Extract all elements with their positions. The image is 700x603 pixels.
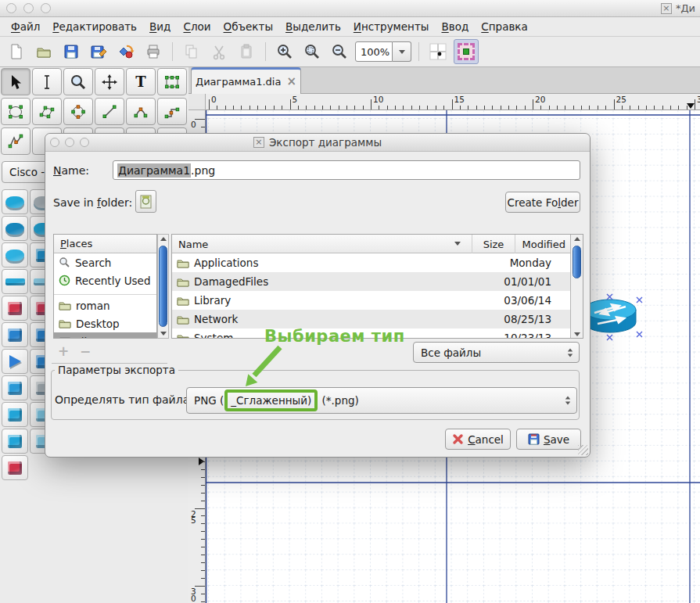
tool-beziergon[interactable]: [63, 98, 93, 125]
dialog-titlebar[interactable]: × Экспорт диаграммы: [45, 134, 590, 152]
cisco-workgroup-switch-button[interactable]: [2, 322, 28, 347]
zoom-fit-button[interactable]: [300, 40, 324, 63]
dialog-title-icon: ×: [253, 137, 264, 148]
snap-to-objects-toggle[interactable]: [454, 39, 479, 64]
tab-close-icon[interactable]: ×: [286, 76, 296, 88]
tab-strip: Диаграмма1.dia ×: [188, 67, 700, 94]
scroll-up-icon[interactable]: [160, 237, 167, 241]
place-item-file-system[interactable]: File System: [54, 332, 156, 339]
scroll-down-icon[interactable]: [160, 332, 167, 336]
cisco-layer3-switch-button[interactable]: [2, 429, 28, 454]
menu-item-4[interactable]: Объекты: [217, 18, 280, 35]
tool-polygon[interactable]: [32, 98, 62, 125]
zoom-level-dropdown-button[interactable]: [393, 41, 411, 62]
cisco-firewall-red-button[interactable]: [2, 296, 28, 321]
window-button-2[interactable]: [23, 3, 34, 13]
menu-item-5[interactable]: Выделить: [279, 18, 347, 35]
tool-magnify[interactable]: [63, 68, 93, 95]
cisco-red-atm-switch-button[interactable]: [2, 455, 28, 480]
file-row-library[interactable]: Library03/06/14: [172, 291, 570, 310]
menu-item-0[interactable]: Файл: [5, 18, 46, 35]
column-header-size[interactable]: Size: [472, 235, 515, 253]
tool-arc[interactable]: [126, 98, 156, 125]
file-filter-dropdown[interactable]: Все файлы: [413, 342, 580, 363]
file-type-dropdown[interactable]: PNG (_Сглаженный) (*.png): [186, 387, 577, 414]
tool-scroll[interactable]: [95, 68, 124, 95]
tool-zigzagline[interactable]: [157, 98, 187, 125]
tool-ellipse[interactable]: [1, 98, 31, 125]
menu-item-8[interactable]: Справка: [475, 18, 534, 35]
place-item-desktop[interactable]: Desktop: [54, 314, 156, 332]
resize-grip[interactable]: [578, 445, 588, 455]
cut-button[interactable]: [207, 40, 231, 63]
filename-input[interactable]: Диаграмма1.png: [113, 160, 580, 180]
file-modified: Monday: [481, 253, 551, 272]
tool-text[interactable]: T: [126, 68, 156, 95]
print-button[interactable]: [142, 40, 165, 63]
cisco-voice-router-button[interactable]: [2, 216, 28, 241]
add-bookmark-button[interactable]: +: [54, 346, 73, 359]
cancel-button[interactable]: Cancel: [445, 429, 511, 450]
save-icon: [63, 43, 80, 60]
cisco-wireless-router-button[interactable]: [2, 242, 28, 267]
place-item-recently-used[interactable]: Recently Used: [54, 271, 156, 289]
chevron-down-icon: [399, 50, 405, 54]
ruler-number: 0: [211, 95, 217, 104]
scroll-up-icon[interactable]: [574, 237, 580, 241]
zoom-out-button[interactable]: [328, 40, 351, 63]
snap-to-grid-toggle[interactable]: [426, 40, 450, 63]
menu-item-2[interactable]: Вид: [143, 18, 177, 35]
tool-polyline[interactable]: [1, 127, 31, 155]
cisco-router-button[interactable]: [2, 189, 28, 214]
paste-button[interactable]: [235, 40, 258, 63]
window-button-1[interactable]: [6, 3, 16, 13]
save-button[interactable]: [59, 40, 83, 63]
file-list-scrollbar[interactable]: [570, 235, 583, 339]
sort-indicator-icon: [454, 242, 461, 246]
cisco-directed-arrow-button[interactable]: [2, 349, 28, 374]
menu-item-3[interactable]: Слои: [177, 18, 217, 35]
place-item-search[interactable]: Search: [54, 253, 156, 271]
menu-item-6[interactable]: Инструменты: [347, 18, 436, 35]
cisco-hub-button[interactable]: [2, 375, 28, 400]
file-row-damagedfiles[interactable]: DamagedFiles01/01/01: [172, 272, 570, 291]
places-scrollbar[interactable]: [157, 234, 169, 339]
zoom-level-value[interactable]: 100%: [355, 41, 393, 62]
tool-select[interactable]: [1, 68, 31, 95]
new-document-button[interactable]: [5, 40, 28, 63]
tool-line[interactable]: [95, 98, 124, 125]
zoom-level-combo[interactable]: 100%: [355, 41, 411, 62]
cisco-switch-3d-button[interactable]: [2, 402, 28, 427]
menu-item-1[interactable]: Редактировать: [46, 18, 143, 35]
places-header[interactable]: Places: [54, 235, 156, 253]
file-row-applications[interactable]: ApplicationsMonday: [172, 253, 570, 272]
ruler-number: 3 0: [191, 588, 196, 601]
place-item-roman[interactable]: roman: [54, 296, 156, 314]
line-tool-icon: [100, 102, 119, 121]
column-header-name[interactable]: Name: [172, 235, 472, 253]
cisco-bridge-button[interactable]: [2, 269, 28, 294]
menu-item-7[interactable]: Ввод: [435, 18, 475, 35]
tool-box[interactable]: [157, 68, 187, 95]
folder-shortcut-button[interactable]: [135, 190, 156, 213]
copy-button[interactable]: [180, 40, 203, 63]
file-list-scrollbar-thumb[interactable]: [573, 246, 581, 278]
file-row-network[interactable]: Network08/25/13: [172, 310, 570, 328]
open-button[interactable]: [32, 40, 56, 63]
ruler-number: 5: [293, 95, 298, 104]
create-folder-button[interactable]: Create Folder: [505, 192, 580, 213]
column-header-modified[interactable]: Modified: [515, 235, 570, 253]
tool-textedit[interactable]: [32, 68, 62, 95]
save-as-button[interactable]: [87, 40, 110, 63]
tab-diagram1[interactable]: Диаграмма1.dia ×: [191, 67, 301, 94]
modified-column-label: Modified: [522, 239, 565, 250]
file-filter-value: Все файлы: [421, 346, 481, 359]
scroll-down-icon[interactable]: [574, 332, 580, 336]
revert-button[interactable]: [114, 40, 138, 63]
places-scrollbar-thumb[interactable]: [159, 246, 167, 327]
new-document-icon: [8, 43, 25, 60]
save-button[interactable]: Save: [516, 429, 581, 450]
window-button-3[interactable]: [41, 3, 51, 13]
remove-bookmark-button[interactable]: −: [76, 346, 95, 359]
zoom-in-button[interactable]: [273, 40, 296, 63]
